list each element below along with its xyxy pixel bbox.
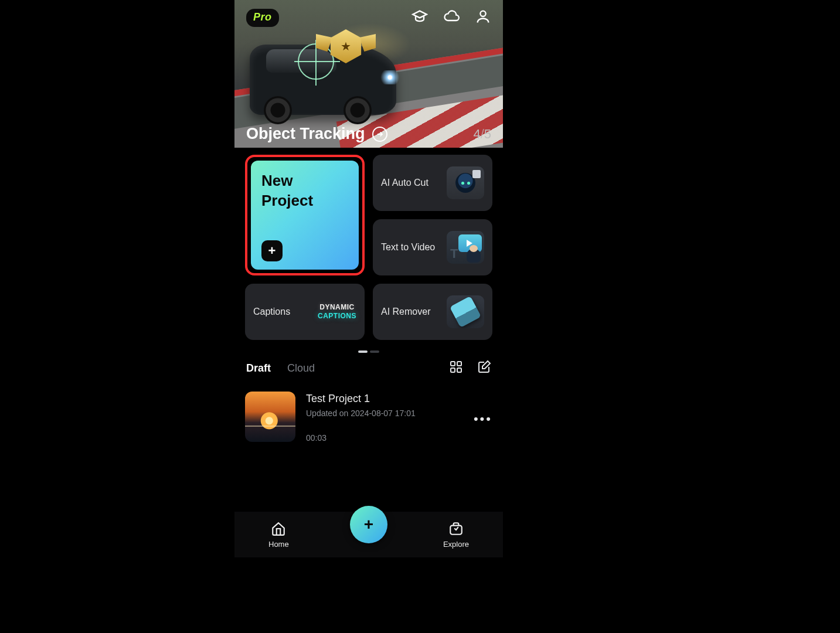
hero-title[interactable]: Object Tracking [246,125,387,143]
edit-icon[interactable] [477,360,491,376]
svg-rect-1 [451,362,455,366]
text-to-video-icon: T [447,231,484,264]
new-project-label: New Project [261,171,348,211]
plus-icon: + [261,240,283,261]
project-name: Test Project 1 [306,393,416,405]
tool-label: AI Auto Cut [381,178,428,188]
project-thumbnail [245,392,295,442]
ai-remover-icon [447,295,484,328]
hero-page-indicator: 4/5 [473,127,491,142]
svg-rect-4 [457,368,461,372]
svg-rect-3 [451,368,455,372]
svg-point-0 [480,11,485,16]
ai-auto-cut-icon [447,166,484,199]
home-icon [271,521,286,536]
nav-home-label: Home [268,540,289,549]
new-project-button[interactable]: New Project + [245,155,365,275]
project-more-icon[interactable]: ••• [474,411,492,427]
tab-draft[interactable]: Draft [246,362,271,375]
hero-banner[interactable]: ★ Pro Object Tracking [234,0,503,148]
tool-captions[interactable]: Captions DYNAMIC CAPTIONS [245,284,365,340]
project-duration: 00:03 [306,433,416,443]
nav-explore-label: Explore [443,540,469,549]
profile-icon[interactable] [475,8,491,27]
plus-icon: + [364,515,373,534]
tool-text-to-video[interactable]: Text to Video T [373,219,492,275]
project-item[interactable]: Test Project 1 Updated on 2024-08-07 17:… [245,392,492,443]
project-tabs: Draft Cloud [246,362,315,375]
tab-cloud[interactable]: Cloud [287,362,315,375]
tool-label: Text to Video [381,242,435,253]
page-dots [358,350,379,353]
bottom-nav-wrap: Home Explore + [234,501,503,557]
app-root: ★ Pro Object Tracking [234,0,503,557]
fab-create-button[interactable]: + [350,506,387,543]
explore-icon [448,521,464,536]
top-bar: Pro [234,8,503,27]
tool-ai-auto-cut[interactable]: AI Auto Cut [373,155,492,211]
medal-icon: ★ [325,26,366,67]
tool-label: Captions [253,307,290,317]
pro-badge[interactable]: Pro [246,9,279,27]
nav-home[interactable]: Home [268,521,289,549]
tool-ai-remover[interactable]: AI Remover [373,284,492,340]
cloud-icon[interactable] [443,8,460,27]
arrow-right-circle-icon[interactable] [372,127,387,142]
captions-tag-icon: DYNAMIC CAPTIONS [318,303,356,321]
svg-rect-2 [457,362,461,366]
academy-icon[interactable] [412,8,428,27]
tool-label: AI Remover [381,307,430,317]
tool-grid: New Project + AI Auto Cut Text to Video … [245,155,492,340]
nav-explore[interactable]: Explore [443,521,469,549]
grid-view-icon[interactable] [449,360,463,376]
project-updated: Updated on 2024-08-07 17:01 [306,409,416,418]
hero-title-label: Object Tracking [246,125,365,143]
